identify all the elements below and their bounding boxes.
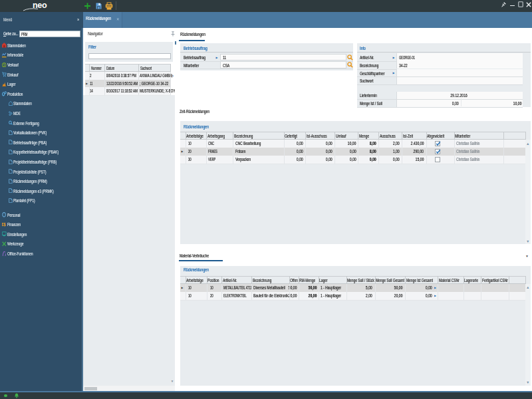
svg-text:€$: €$: [2, 222, 6, 227]
